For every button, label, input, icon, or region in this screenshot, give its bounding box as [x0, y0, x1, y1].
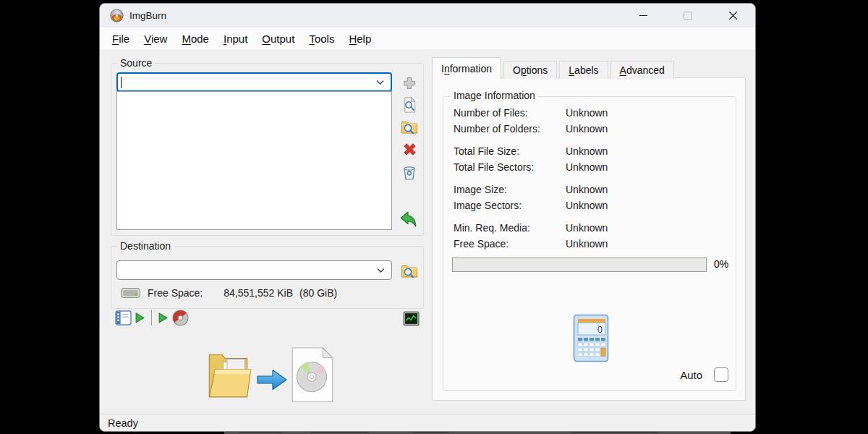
info-value: Unknown: [566, 200, 608, 211]
maximize-icon: [684, 12, 692, 20]
maximize-button[interactable]: [665, 4, 710, 27]
decrypter-disc-button[interactable]: [172, 310, 189, 326]
image-information-rows: Number of Files:UnknownNumber of Folders…: [454, 105, 728, 258]
info-row-group: Min. Req. Media:UnknownFree Space:Unknow…: [454, 220, 728, 252]
menu-item-mode[interactable]: Mode: [174, 30, 216, 48]
destination-combobox[interactable]: [116, 260, 392, 280]
tab-information[interactable]: Information: [432, 57, 501, 79]
recycle-bin-button[interactable]: [400, 163, 419, 182]
build-mode-graphic: [205, 346, 336, 404]
menu-item-output[interactable]: Output: [255, 30, 302, 48]
play-icon: [158, 312, 168, 323]
info-row: Min. Req. Media:Unknown: [454, 220, 728, 236]
progress-percent-label: 0%: [714, 258, 728, 270]
info-row-group: Image Size:UnknownImage Sectors:Unknown: [454, 182, 728, 213]
free-space-label: Free Space:: [148, 287, 203, 299]
info-label: Image Sectors:: [454, 200, 566, 211]
arrow-right-icon: [256, 367, 288, 392]
auto-row: Auto: [680, 367, 728, 382]
info-row: Free Space:Unknown: [454, 236, 728, 252]
menu-item-help[interactable]: Help: [341, 30, 378, 48]
tab-options[interactable]: Options: [503, 61, 557, 79]
minimize-button[interactable]: [621, 4, 665, 27]
info-value: Unknown: [566, 161, 608, 173]
info-label: Free Space:: [454, 238, 566, 250]
minimize-icon: [639, 15, 647, 16]
image-information-label: Image Information: [451, 90, 538, 101]
hard-drive-icon: [121, 288, 140, 298]
info-row-group: Number of Files:UnknownNumber of Folders…: [454, 105, 728, 137]
info-value: Unknown: [566, 222, 608, 234]
info-row: Number of Folders:Unknown: [454, 121, 728, 137]
settings-window-button[interactable]: [115, 310, 132, 326]
info-value: Unknown: [566, 145, 608, 157]
toolbar-separator: [151, 310, 152, 326]
info-label: Total File Sectors:: [454, 161, 566, 173]
browse-folder-button[interactable]: [400, 117, 419, 136]
chevron-down-icon[interactable]: [377, 268, 385, 273]
svg-text:0: 0: [597, 324, 603, 335]
close-icon: [728, 11, 738, 20]
tabstrip: InformationOptionsLabelsAdvanced: [432, 57, 676, 79]
free-space-kib: 84,551,552 KiB: [224, 287, 293, 299]
decrypter-disc-icon: [172, 310, 189, 326]
free-space-gib: (80 GiB): [299, 287, 337, 299]
image-information-group: Image Information Number of Files:Unknow…: [443, 96, 736, 391]
status-text: Ready: [108, 417, 138, 429]
menu-item-input[interactable]: Input: [216, 30, 255, 48]
progress-bar: [452, 258, 707, 272]
titlebar: ImgBurn: [100, 4, 755, 27]
add-button[interactable]: [400, 74, 419, 93]
source-group-label: Source: [117, 56, 155, 69]
run-settings-button[interactable]: [135, 312, 145, 323]
info-row: Total File Sectors:Unknown: [454, 159, 728, 175]
recycle-bin-icon: [401, 164, 417, 181]
image-file-disc-icon: [291, 346, 334, 403]
source-combobox[interactable]: [116, 72, 392, 92]
info-row: Total File Size:Unknown: [454, 143, 728, 159]
info-value: Unknown: [566, 238, 608, 250]
menu-item-tools[interactable]: Tools: [302, 30, 341, 48]
build-button[interactable]: [399, 210, 418, 229]
info-value: Unknown: [566, 123, 608, 135]
close-button[interactable]: [710, 4, 755, 27]
add-icon: [401, 75, 417, 91]
browse-file-button[interactable]: [400, 95, 419, 114]
calculate-button[interactable]: 0: [573, 314, 610, 363]
chevron-down-icon[interactable]: [376, 80, 384, 85]
play-icon: [135, 312, 145, 323]
menubar: FileViewModeInputOutputToolsHelp: [100, 27, 755, 49]
statusbar: Ready: [100, 414, 755, 431]
imgburn-window: ImgBurn FileViewModeInputOutputToolsHelp…: [99, 3, 756, 432]
info-value: Unknown: [566, 107, 608, 119]
info-label: Min. Req. Media:: [454, 222, 566, 234]
log-terminal-icon: [403, 311, 420, 326]
remove-icon: [401, 141, 418, 158]
program-window-icon: [115, 310, 132, 326]
info-label: Total File Size:: [454, 145, 566, 157]
log-window-button[interactable]: [401, 309, 420, 328]
run-decrypter-button[interactable]: [158, 312, 168, 323]
text-caret: [121, 77, 122, 88]
auto-checkbox[interactable]: [714, 367, 728, 382]
window-title: ImgBurn: [129, 10, 166, 21]
menu-item-file[interactable]: File: [105, 30, 137, 48]
calculator-icon: 0: [573, 314, 610, 363]
browse-folder-icon: [401, 263, 418, 279]
destination-group-label: Destination: [117, 239, 174, 252]
tab-labels[interactable]: Labels: [559, 61, 608, 79]
remove-button[interactable]: [400, 140, 419, 158]
source-file-list[interactable]: [116, 91, 392, 230]
menu-item-view[interactable]: View: [137, 30, 174, 48]
build-arrow-icon: [399, 210, 418, 229]
info-row: Image Size:Unknown: [454, 182, 728, 197]
info-label: Number of Folders:: [454, 123, 566, 135]
tab-advanced[interactable]: Advanced: [610, 61, 674, 79]
info-row: Image Sectors:Unknown: [454, 197, 728, 213]
mini-toolbar: [115, 309, 189, 326]
imgburn-app-icon: [110, 9, 124, 22]
destination-browse-button[interactable]: [400, 261, 419, 280]
info-row: Number of Files:Unknown: [454, 105, 728, 121]
folder-icon: [205, 347, 253, 402]
free-space-row: Free Space: 84,551,552 KiB (80 GiB): [121, 286, 337, 299]
